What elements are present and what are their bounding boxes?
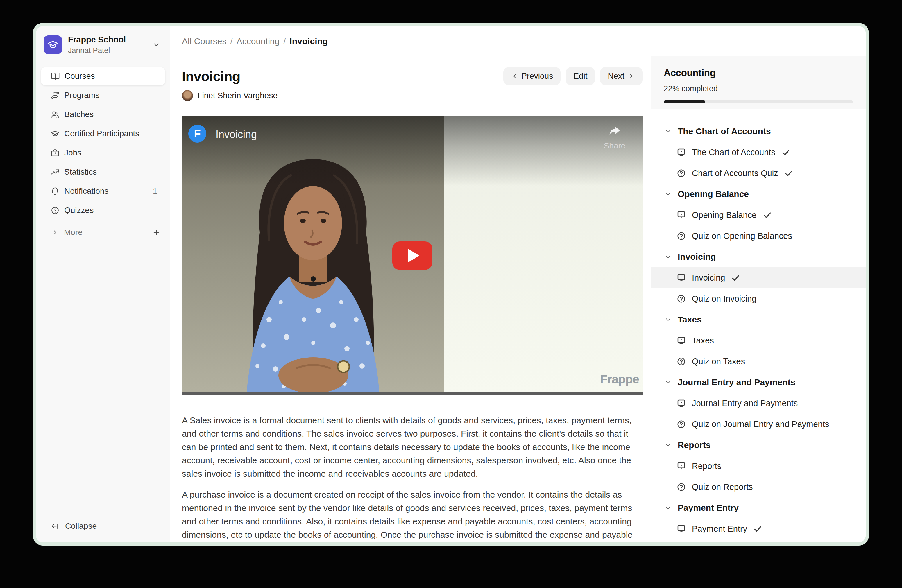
quiz-icon [676, 231, 686, 241]
outline-section-payment-entry[interactable]: Payment Entry [651, 497, 866, 518]
share-icon [607, 124, 622, 138]
sidebar-item-label: Jobs [64, 148, 81, 158]
outline-section-the-chart-of-accounts[interactable]: The Chart of Accounts [651, 121, 866, 142]
sidebar-item-certified-participants[interactable]: Certified Participants [41, 124, 165, 143]
sidebar-item-programs[interactable]: Programs [41, 86, 165, 105]
breadcrumb-separator: / [283, 36, 286, 46]
outline-item-quiz-on-invoicing[interactable]: Quiz on Invoicing [651, 288, 866, 309]
sidebar-item-notifications[interactable]: Notifications1 [41, 182, 165, 200]
chevron-down-icon [664, 316, 672, 323]
graduation-cap-icon [50, 129, 60, 138]
plus-icon[interactable] [152, 228, 161, 237]
sidebar-item-label: Quizzes [64, 206, 94, 215]
next-button-label: Next [608, 72, 625, 81]
sidebar-item-label: Programs [64, 91, 99, 100]
chevron-down-icon [664, 378, 672, 386]
school-selector[interactable]: Frappe School Jannat Patel [41, 33, 165, 57]
frappe-watermark: Frappe [600, 372, 639, 386]
app-window-inner: Frappe School Jannat Patel CoursesProgra… [36, 26, 866, 543]
outline-section-title: Opening Balance [678, 189, 749, 199]
outline-item-quiz-on-taxes[interactable]: Quiz on Taxes [651, 351, 866, 372]
sidebar-item-label: Courses [64, 72, 95, 81]
outline-item-label: Invoicing [692, 273, 725, 283]
quiz-icon [676, 419, 686, 429]
outline-section-opening-balance[interactable]: Opening Balance [651, 184, 866, 205]
outline-section-title: Taxes [678, 314, 702, 325]
channel-avatar[interactable]: F [188, 125, 206, 142]
outline-item-label: Taxes [692, 336, 714, 346]
outline-item-label: Reports [692, 461, 722, 471]
channel-initial: F [194, 128, 200, 140]
chevron-down-icon[interactable] [152, 41, 161, 49]
title-row: Invoicing Previous Edit Next [182, 67, 642, 85]
outline-item-journal-entry-and-payments[interactable]: Journal Entry and Payments [651, 393, 866, 414]
outline-section-reports[interactable]: Reports [651, 435, 866, 455]
edit-button[interactable]: Edit [566, 67, 595, 85]
play-button[interactable] [392, 241, 432, 270]
sidebar-item-quizzes[interactable]: Quizzes [41, 201, 165, 220]
lesson-video-icon [676, 399, 686, 408]
next-button[interactable]: Next [600, 67, 642, 85]
breadcrumb-link[interactable]: Accounting [236, 36, 280, 46]
outline-section-title: Payment Entry [678, 503, 739, 513]
sidebar-item-courses[interactable]: Courses [41, 67, 165, 85]
outline-section-taxes[interactable]: Taxes [651, 309, 866, 330]
progress-track [664, 100, 853, 103]
outline-section-invoicing[interactable]: Invoicing [651, 246, 866, 267]
check-icon [753, 524, 763, 534]
outline-item-payment-entry[interactable]: Payment Entry [651, 518, 866, 539]
course-title: Accounting [664, 67, 853, 78]
outline-section-title: Invoicing [678, 252, 716, 262]
sidebar-item-batches[interactable]: Batches [41, 105, 165, 124]
outline-item-taxes[interactable]: Taxes [651, 330, 866, 351]
outline-item-opening-balance[interactable]: Opening Balance [651, 205, 866, 225]
lesson-body-text: A Sales invoice is a formal document sen… [182, 414, 642, 541]
app-window: Frappe School Jannat Patel CoursesProgra… [33, 23, 869, 546]
video-overlay-title[interactable]: Invoicing [216, 128, 257, 141]
outline-item-quiz-on-reports[interactable]: Quiz on Reports [651, 477, 866, 497]
outline-item-label: Payment Entry [692, 524, 747, 534]
progress-fill [664, 100, 705, 103]
desktop-background: { "sidebar": { "school": { "name": "Frap… [0, 0, 902, 588]
outline-item-invoicing[interactable]: Invoicing [651, 267, 866, 288]
video-progress-bar[interactable] [182, 392, 642, 395]
share-button[interactable]: Share [601, 124, 628, 150]
more-label: More [64, 228, 83, 237]
outline-item-the-chart-of-accounts[interactable]: The Chart of Accounts [651, 142, 866, 163]
outline-section-journal-entry-and-payments[interactable]: Journal Entry and Payments [651, 372, 866, 393]
previous-button[interactable]: Previous [503, 67, 561, 85]
body-row: Invoicing Previous Edit Next [170, 56, 866, 543]
chevron-down-icon [664, 253, 672, 261]
lesson-video-icon [676, 210, 686, 220]
chevron-down-icon [664, 441, 672, 449]
outline-item-chart-of-accounts-quiz[interactable]: Chart of Accounts Quiz [651, 163, 866, 184]
lesson-video-icon [676, 461, 686, 471]
sidebar-item-label: Certified Participants [64, 129, 139, 138]
briefcase-icon [50, 149, 60, 158]
left-sidebar: Frappe School Jannat Patel CoursesProgra… [36, 26, 170, 543]
collapse-sidebar-button[interactable]: Collapse [41, 518, 165, 535]
outline-item-quiz-on-journal-entry-and-payments[interactable]: Quiz on Journal Entry and Payments [651, 414, 866, 435]
outline-item-quiz-on-opening-balances[interactable]: Quiz on Opening Balances [651, 225, 866, 246]
sidebar-item-more[interactable]: More [41, 223, 165, 242]
sidebar-item-label: Statistics [64, 167, 97, 177]
video-player[interactable]: Accounting Dimensions F Invoicing Share [182, 116, 642, 395]
school-meta: Frappe School Jannat Patel [68, 35, 126, 55]
play-icon [408, 249, 419, 262]
book-open-icon [51, 72, 60, 81]
check-icon [784, 169, 794, 178]
graduation-cap-icon [47, 39, 59, 50]
collapse-label: Collapse [65, 521, 97, 531]
outline-item-label: Opening Balance [692, 210, 757, 220]
course-outline-sidebar: Accounting 22% completed The Chart of Ac… [651, 56, 866, 543]
sidebar-item-jobs[interactable]: Jobs [41, 144, 165, 162]
sidebar-item-statistics[interactable]: Statistics [41, 163, 165, 181]
breadcrumb-link[interactable]: All Courses [182, 36, 226, 46]
lesson-actions: Previous Edit Next [503, 67, 642, 85]
progress-label: 22% completed [664, 84, 853, 93]
share-label: Share [601, 141, 628, 150]
school-name: Frappe School [68, 35, 126, 44]
outline-item-reports[interactable]: Reports [651, 455, 866, 477]
outline-item-label: Quiz on Reports [692, 482, 753, 492]
outline-item-label: Quiz on Invoicing [692, 294, 756, 303]
